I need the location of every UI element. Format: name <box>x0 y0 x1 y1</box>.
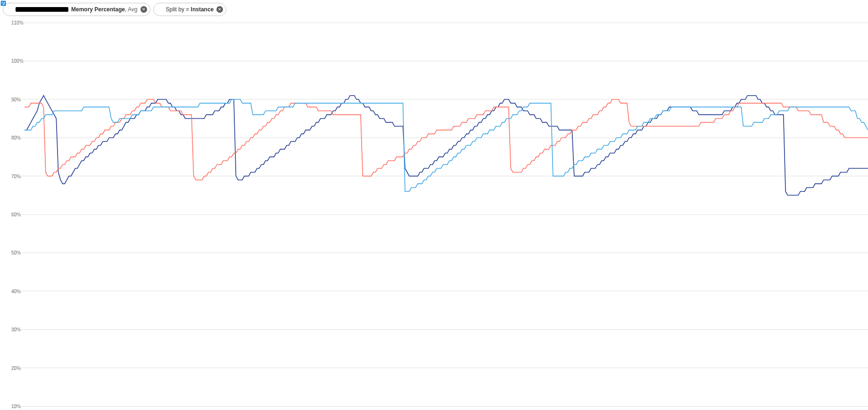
scatter-icon <box>157 6 163 13</box>
svg-point-4 <box>4 3 6 5</box>
svg-point-5 <box>2 3 3 4</box>
resource-icon <box>6 6 13 13</box>
metric-chip[interactable]: Memory Percentage, Avg ✕ <box>3 3 150 16</box>
metric-name-label: Memory Percentage, Avg <box>71 6 138 13</box>
splitby-label: Split by = Instance <box>166 6 214 13</box>
chart-svg <box>0 19 868 410</box>
chart-area[interactable]: 10%20%30%40%50%60%70%80%90%100%110% <box>0 19 868 410</box>
splitby-chip[interactable]: Split by = Instance ✕ <box>153 3 227 16</box>
series-line <box>25 99 868 191</box>
metric-resource-name-redacted <box>16 7 68 12</box>
close-icon[interactable]: ✕ <box>216 6 223 13</box>
filter-chip-bar: Memory Percentage, Avg ✕ Split by = Inst… <box>0 0 868 16</box>
svg-point-2 <box>1 4 2 6</box>
close-icon[interactable]: ✕ <box>141 6 147 13</box>
svg-point-3 <box>3 2 4 3</box>
